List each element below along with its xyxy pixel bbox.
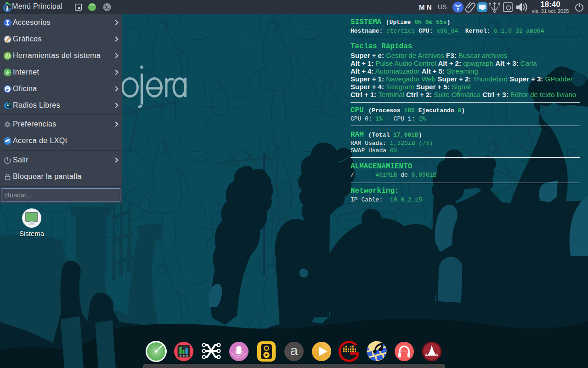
- svg-text:a: a: [290, 343, 298, 358]
- svg-text:US: US: [438, 3, 447, 11]
- svg-text:M N: M N: [419, 3, 432, 11]
